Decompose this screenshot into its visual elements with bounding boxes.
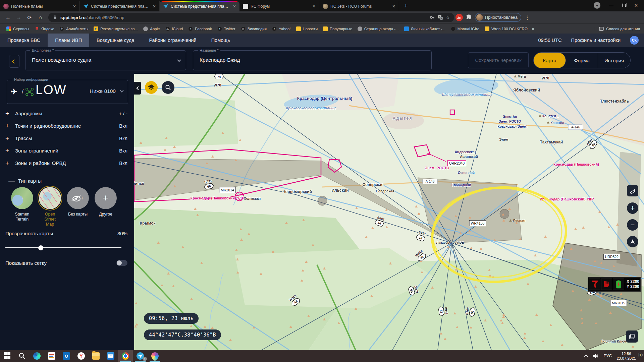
extensions-puzzle-icon[interactable] (466, 14, 472, 21)
tray-expand-icon[interactable] (584, 355, 588, 358)
app-nav-item[interactable]: Планы ИВП (48, 34, 89, 47)
layers-button[interactable] (145, 81, 158, 94)
app-nav-item[interactable]: Помощь (204, 34, 237, 47)
taskbar-yandex-browser[interactable]: Y (74, 350, 89, 362)
map-search-button[interactable] (162, 81, 174, 94)
bookmark-item[interactable]: Wren 100 DCi KERO (482, 25, 530, 32)
bookmark-star-icon[interactable]: ☆ (446, 14, 450, 20)
zoom-in-button[interactable]: + (627, 202, 638, 214)
bookmarks-overflow-chevron[interactable]: » (532, 26, 534, 31)
flight-type-select[interactable]: Вид полета * Полет воздушного судна (25, 50, 186, 70)
layer-row[interactable]: + Аэродромы + / - (0, 107, 134, 120)
bookmark-item[interactable]: Новости (294, 25, 320, 32)
bookmark-item[interactable]: Сервисы (4, 25, 32, 32)
layer-row[interactable]: + Трассы Вкл (0, 132, 134, 144)
new-tab-button[interactable]: + (401, 1, 411, 11)
keyboard-language[interactable]: РУС (603, 354, 612, 358)
adblock-extension-icon[interactable] (455, 14, 463, 21)
bookmark-item[interactable]: Apple (141, 25, 162, 32)
basemap-stack-button[interactable] (626, 330, 638, 343)
map-canvas[interactable]: А-146 А-146 Краснодар (Центральный)Крюко… (134, 74, 644, 350)
restore-button[interactable] (622, 4, 626, 7)
translate-icon[interactable]: Aя (438, 15, 443, 20)
collapse-panel-button[interactable] (134, 82, 141, 95)
tab-close-icon[interactable]: ✕ (72, 4, 77, 9)
address-bar[interactable]: sppi.ivprf.ru/plans/fpl/9506/map Aя ☆ (48, 13, 454, 22)
slider-thumb[interactable] (38, 245, 43, 250)
taskbar-outlook[interactable]: O (59, 350, 74, 362)
tab-favicon-icon (83, 4, 89, 9)
bookmark-item[interactable]: t Twitter (215, 25, 238, 32)
app-nav-item[interactable]: Районы ограничений (142, 34, 204, 47)
map-type-option[interactable]: + Open Street Map (36, 187, 64, 227)
back-button[interactable] (9, 55, 19, 68)
browser-tab[interactable]: Полетные планы ✕ (0, 1, 80, 11)
app-nav-item[interactable]: Проверка БВС (0, 34, 48, 47)
bookmark-item[interactable]: W Википедия (238, 25, 269, 32)
taskbar-telegram[interactable]: 1 (133, 350, 148, 362)
map-type-section[interactable]: — Тип карты (5, 177, 42, 184)
map-type-option[interactable]: + Без карты (64, 187, 92, 217)
bookmark-item[interactable]: Я Яндекс (32, 25, 57, 32)
chevron-left-icon (136, 86, 140, 90)
plan-name-field[interactable]: Название * Краснодар-Бжид (193, 50, 432, 70)
browser-tab[interactable]: RC Форум ✕ (239, 1, 319, 11)
view-toggle-button[interactable]: История (598, 53, 630, 68)
taskbar-chrome[interactable] (118, 350, 133, 362)
bookmark-item[interactable]: Y Yahoo! (270, 25, 293, 32)
locate-button[interactable] (627, 236, 638, 247)
home-icon[interactable]: ⌂ (36, 13, 45, 22)
profile-settings-link[interactable]: Профиль и настройки (571, 38, 621, 43)
opacity-slider[interactable] (5, 245, 121, 250)
browser-menu-kebab-icon[interactable]: ⋮ (523, 13, 532, 22)
browser-tab[interactable]: Система представления планов ✕ (160, 1, 239, 11)
layer-row[interactable]: + Зоны и районы ОРВД Вкл (0, 157, 134, 169)
map-type-option[interactable]: + Другое (92, 187, 120, 217)
taskbar-presentation-app[interactable] (44, 350, 59, 362)
bookmark-item[interactable]: ▶ Рекомендуемые са... (91, 25, 140, 32)
close-button[interactable]: ✕ (634, 3, 638, 8)
measure-button[interactable] (627, 185, 638, 196)
tab-search-icon[interactable]: ▾ (594, 2, 600, 9)
taskbar-search-button[interactable] (15, 350, 30, 362)
bookmark-item[interactable]: Личный кабинет -... (402, 25, 448, 32)
taskbar-edge[interactable] (30, 350, 44, 362)
view-toggle-button[interactable]: Форма (566, 53, 598, 68)
view-toggle-button[interactable]: Карта (534, 53, 566, 68)
browser-profile-chip[interactable]: Приостановлена (475, 13, 521, 22)
key-icon[interactable] (430, 15, 435, 20)
taskbar-paint-app[interactable] (148, 350, 162, 362)
tab-close-icon[interactable]: ✕ (391, 4, 396, 9)
user-avatar[interactable]: СК (630, 36, 639, 45)
bookmark-item[interactable]: f Facebook (186, 25, 214, 32)
bookmark-item[interactable]: Manual iGiro (448, 25, 482, 32)
back-icon[interactable]: ← (3, 13, 13, 22)
tab-close-icon[interactable]: ✕ (312, 4, 316, 9)
app-nav-item[interactable]: Воздушные суда (89, 34, 142, 47)
bookmark-item[interactable]: ☁ iCloud (163, 25, 185, 32)
grid-toggle-switch[interactable] (116, 260, 127, 266)
layer-row[interactable]: + Зоны ограничений Вкл (0, 144, 134, 157)
browser-tab[interactable]: RC Jets - RCU Forums ✕ (319, 1, 399, 11)
reload-icon[interactable]: ⟳ (25, 13, 34, 22)
taskbar-mail[interactable] (103, 350, 118, 362)
bookmark-item[interactable]: Популярные (321, 25, 355, 32)
bookmark-item[interactable]: ✈ Авиабилеты (57, 25, 91, 32)
save-draft-button[interactable]: Сохранить черновик (468, 52, 529, 68)
layer-row[interactable]: + Точки и радиооборудование Вкл (0, 120, 134, 132)
taskbar-file-explorer[interactable] (89, 350, 103, 362)
tray-clock[interactable]: 12:56 23.07.2021 (616, 351, 636, 361)
forward-icon[interactable]: → (14, 13, 23, 22)
altitude-select[interactable]: Ниже 8100 (90, 88, 123, 94)
tab-close-icon[interactable]: ✕ (232, 4, 237, 9)
info-set-field[interactable]: Набор информации ✈ / LOW Ниже 8100 (7, 80, 128, 104)
minimize-button[interactable]: — (609, 3, 613, 8)
bookmark-item[interactable]: Страница входа -... (355, 25, 401, 32)
reading-list-button[interactable]: Список для чтения (595, 26, 640, 31)
zoom-out-button[interactable]: − (627, 219, 638, 231)
map-type-option[interactable]: + Stamen Terrain (8, 187, 36, 222)
browser-tab[interactable]: Система представления планов ✕ (80, 1, 160, 11)
start-button[interactable] (0, 350, 15, 362)
volume-icon[interactable] (593, 353, 599, 359)
tab-close-icon[interactable]: ✕ (152, 4, 157, 9)
